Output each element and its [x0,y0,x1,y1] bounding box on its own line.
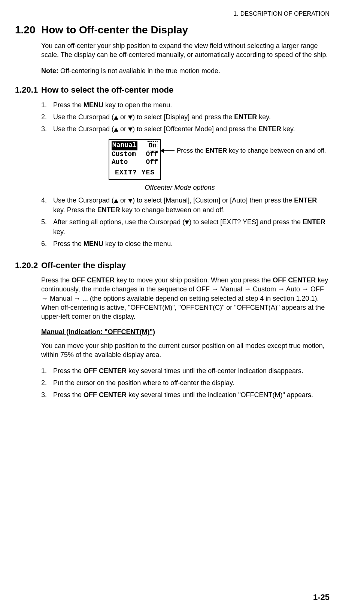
page-number: 1-25 [313,592,330,602]
step-1: 1.Press the MENU key to open the menu. [41,100,330,110]
menu-row-manual: Manual On [112,141,158,150]
note-paragraph: Note: Off-centering is not available in … [41,66,330,75]
menu-row-auto: Auto Off [112,158,158,166]
arrow-left-icon [161,150,175,151]
subsection-number: 1.20.2 [15,261,41,270]
subsection-title: Off-center the display [41,261,126,270]
triangle-up-icon [114,116,118,120]
manual-mode-heading: Manual (Indication: "OFFCENT(M)") [41,328,330,336]
steps-list-1: 1.Press the MENU key to open the menu. 2… [41,100,330,134]
triangle-up-icon [114,199,118,203]
section-number: 1.20 [15,24,41,36]
manual-mode-paragraph: You can move your ship position to the c… [41,341,330,360]
triangle-down-icon [128,199,133,203]
triangle-down-icon [128,116,133,120]
menu-label-auto: Auto [112,158,128,166]
subsection-number: 1.20.1 [15,85,41,95]
callout-text: Press the ENTER key to change between on… [177,147,326,155]
step-2: 2.Use the Cursorpad ( or ) to select [Di… [41,112,330,122]
step-4: 4.Use the Cursorpad ( or ) to select [Ma… [41,195,330,215]
step-3: 3.Use the Cursorpad ( or ) to select [Of… [41,124,330,134]
step-b2: 2.Put the cursor on the position where t… [41,378,330,388]
menu-exit-row: EXIT? YES [112,169,158,177]
triangle-down-icon [128,128,133,132]
menu-row-custom: Custom Off [112,150,158,159]
subsection-title: How to select the off-center mode [41,85,173,95]
menu-value-custom: Off [146,150,158,159]
chapter-header: 1. DESCRIPTION OF OPERATION [15,10,330,17]
step-b3: 3.Press the OFF CENTER key several times… [41,390,330,400]
menu-box: Manual On Custom Off Auto Off EXIT? YES [109,139,161,180]
note-text: Off-centering is not available in the tr… [58,67,220,75]
menu-label-manual: Manual [112,141,137,150]
subsection-2-paragraph-1: Press the OFF CENTER key to move your sh… [41,276,330,321]
step-6: 6.Press the MENU key to close the menu. [41,239,330,249]
section-1-20-heading: 1.20 How to Off-center the Display [15,24,330,36]
section-title: How to Off-center the Display [41,24,188,36]
note-label: Note: [41,67,58,75]
step-b1: 1.Press the OFF CENTER key several times… [41,366,330,376]
steps-list-2: 1.Press the OFF CENTER key several times… [41,366,330,400]
triangle-down-icon [185,220,189,225]
figure-callout: Press the ENTER key to change between on… [161,147,326,155]
step-5: 5.After setting all options, use the Cur… [41,217,330,237]
subsection-1-20-2-heading: 1.20.2 Off-center the display [15,261,330,270]
figure-caption: Offcenter Mode options [30,184,330,192]
menu-value-auto: Off [146,158,158,166]
menu-value-manual: On [147,141,158,150]
section-intro-paragraph: You can off-center your ship position to… [41,41,330,60]
menu-label-custom: Custom [112,150,136,159]
offcenter-mode-figure: Manual On Custom Off Auto Off EXIT? YES [41,139,330,191]
subsection-1-20-1-heading: 1.20.1 How to select the off-center mode [15,85,330,95]
triangle-up-icon [114,128,118,132]
steps-list-1-cont: 4.Use the Cursorpad ( or ) to select [Ma… [41,195,330,249]
